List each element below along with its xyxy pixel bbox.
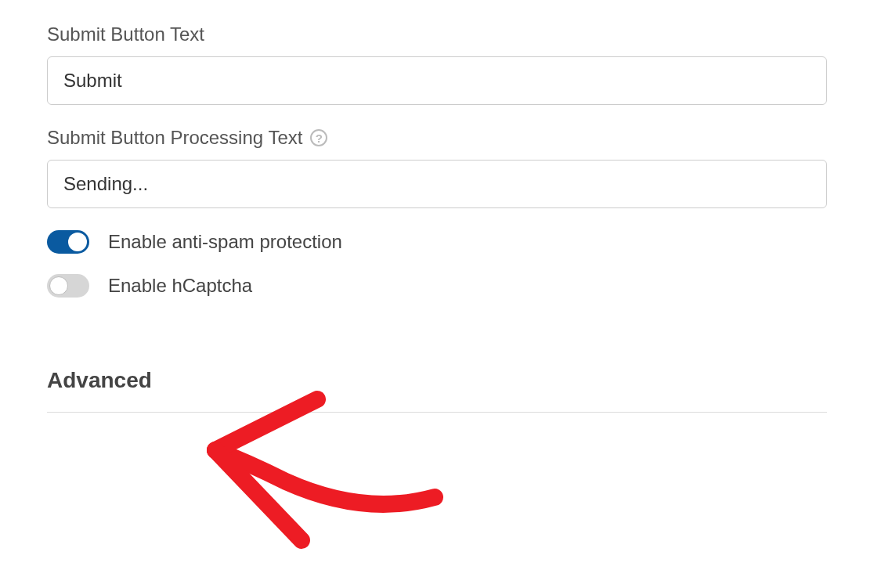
toggle-knob <box>49 276 68 295</box>
submit-button-processing-text-input[interactable] <box>47 160 827 208</box>
anti-spam-toggle-row: Enable anti-spam protection <box>47 230 827 254</box>
label-text: Submit Button Text <box>47 23 204 45</box>
submit-button-text-input[interactable] <box>47 56 827 105</box>
hcaptcha-toggle-row: Enable hCaptcha <box>47 274 827 298</box>
submit-button-text-field: Submit Button Text <box>47 23 827 105</box>
anti-spam-label: Enable anti-spam protection <box>108 231 342 253</box>
section-divider <box>47 412 827 413</box>
hcaptcha-label: Enable hCaptcha <box>108 275 252 297</box>
hcaptcha-toggle[interactable] <box>47 274 89 298</box>
help-icon[interactable]: ? <box>310 129 327 146</box>
advanced-section-heading: Advanced <box>47 368 827 393</box>
annotation-arrow-icon <box>184 368 450 556</box>
submit-button-processing-text-field: Submit Button Processing Text ? <box>47 127 827 208</box>
toggle-knob <box>68 233 87 251</box>
submit-button-text-label: Submit Button Text <box>47 23 827 45</box>
anti-spam-toggle[interactable] <box>47 230 89 254</box>
submit-button-processing-text-label: Submit Button Processing Text ? <box>47 127 827 149</box>
label-text: Submit Button Processing Text <box>47 127 302 149</box>
